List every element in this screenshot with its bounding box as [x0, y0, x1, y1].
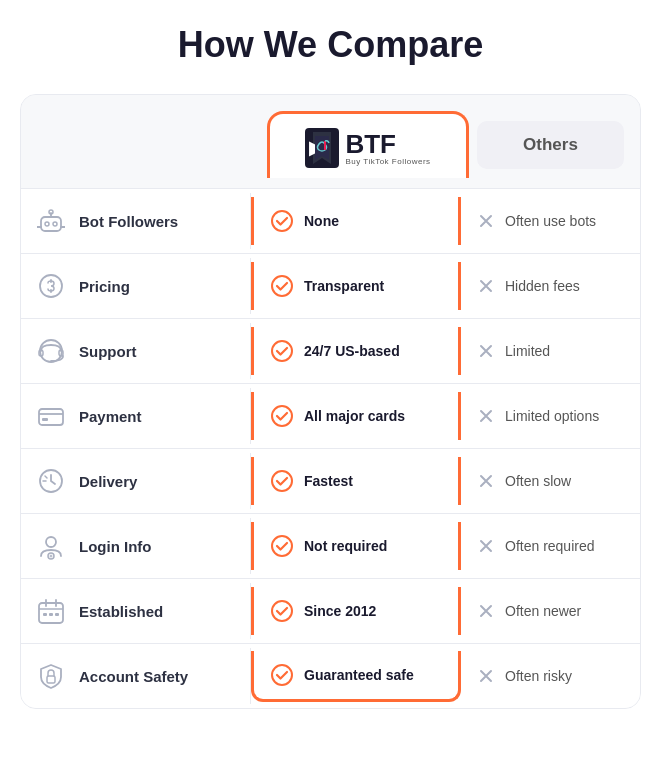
compare-table: ▶ BTF Buy TikTok Followers Others — [20, 94, 641, 709]
x-icon — [477, 212, 495, 230]
others-value-cell: Limited — [461, 330, 640, 372]
x-icon — [477, 537, 495, 555]
table-row: Pricing Transparent Hidden fees — [21, 253, 640, 318]
svg-point-5 — [49, 210, 53, 214]
btf-value-text: 24/7 US-based — [304, 343, 400, 359]
check-icon — [270, 404, 294, 428]
btf-value-text: All major cards — [304, 408, 405, 424]
x-icon — [477, 407, 495, 425]
check-icon — [270, 663, 294, 687]
svg-point-3 — [45, 222, 49, 226]
category-label: Bot Followers — [79, 213, 178, 230]
others-value-cell: Often newer — [461, 590, 640, 632]
category-label: Payment — [79, 408, 142, 425]
category-cell: Bot Followers — [21, 193, 251, 249]
category-cell: Support — [21, 323, 251, 379]
btf-sub-label: Buy TikTok Followers — [345, 157, 430, 166]
others-header-label: Others — [523, 135, 578, 155]
svg-rect-23 — [49, 613, 53, 616]
category-cell: Delivery — [21, 453, 251, 509]
x-icon — [477, 667, 495, 685]
check-icon — [270, 469, 294, 493]
safety-icon — [35, 660, 67, 692]
check-icon — [270, 274, 294, 298]
svg-rect-2 — [41, 217, 61, 231]
svg-rect-26 — [47, 676, 55, 683]
others-value-cell: Often use bots — [461, 200, 640, 242]
btf-value-text: Transparent — [304, 278, 384, 294]
others-value-text: Often newer — [505, 603, 581, 619]
delivery-icon — [35, 465, 67, 497]
svg-point-20 — [272, 536, 292, 556]
category-cell: Payment — [21, 388, 251, 444]
btf-main-label: BTF — [345, 131, 430, 157]
category-cell: Pricing — [21, 258, 251, 314]
table-row: Established Since 2012 Often newer — [21, 578, 640, 643]
svg-point-6 — [272, 211, 292, 231]
category-label: Established — [79, 603, 163, 620]
payment-icon — [35, 400, 67, 432]
x-icon — [477, 602, 495, 620]
pricing-icon — [35, 270, 67, 302]
others-value-text: Often use bots — [505, 213, 596, 229]
x-icon — [477, 277, 495, 295]
svg-point-27 — [272, 665, 292, 685]
others-value-cell: Often slow — [461, 460, 640, 502]
svg-rect-24 — [55, 613, 59, 616]
svg-point-25 — [272, 601, 292, 621]
category-cell: Login Info — [21, 518, 251, 574]
table-row: Delivery Fastest Often slow — [21, 448, 640, 513]
svg-point-12 — [272, 341, 292, 361]
header-row: ▶ BTF Buy TikTok Followers Others — [21, 95, 640, 188]
btf-text-group: BTF Buy TikTok Followers — [345, 131, 430, 166]
check-icon — [270, 339, 294, 363]
others-value-cell: Often risky — [461, 655, 640, 697]
category-cell: Established — [21, 583, 251, 639]
svg-rect-14 — [42, 418, 48, 421]
btf-value-cell: Since 2012 — [251, 587, 461, 635]
btf-value-cell: None — [251, 197, 461, 245]
svg-point-4 — [53, 222, 57, 226]
btf-value-text: Guaranteed safe — [304, 667, 414, 683]
table-row: Payment All major cards Limited options — [21, 383, 640, 448]
btf-value-cell: Fastest — [251, 457, 461, 505]
others-value-text: Often required — [505, 538, 595, 554]
check-icon — [270, 534, 294, 558]
btf-value-cell: 24/7 US-based — [251, 327, 461, 375]
others-value-cell: Often required — [461, 525, 640, 567]
category-label: Pricing — [79, 278, 130, 295]
category-cell: Account Safety — [21, 648, 251, 704]
established-icon — [35, 595, 67, 627]
bot-icon — [35, 205, 67, 237]
btf-value-cell: Not required — [251, 522, 461, 570]
others-value-cell: Hidden fees — [461, 265, 640, 307]
btf-header: ▶ BTF Buy TikTok Followers — [267, 111, 469, 178]
table-row: Support 24/7 US-based Limited — [21, 318, 640, 383]
category-label: Support — [79, 343, 137, 360]
others-value-text: Often risky — [505, 668, 572, 684]
others-value-text: Hidden fees — [505, 278, 580, 294]
svg-point-18 — [46, 537, 56, 547]
others-value-cell: Limited options — [461, 395, 640, 437]
others-value-text: Often slow — [505, 473, 571, 489]
page-title: How We Compare — [178, 24, 483, 66]
svg-rect-22 — [43, 613, 47, 616]
data-rows: Bot Followers None Often use bots Pricin… — [21, 188, 640, 708]
check-icon — [270, 209, 294, 233]
btf-value-cell: All major cards — [251, 392, 461, 440]
btf-bookmark-icon: ▶ — [305, 128, 339, 168]
table-row: Login Info Not required Often required — [21, 513, 640, 578]
x-icon — [477, 342, 495, 360]
others-value-text: Limited options — [505, 408, 599, 424]
x-icon — [477, 472, 495, 490]
table-row: Account Safety Guaranteed safe Often ris… — [21, 643, 640, 708]
btf-value-cell: Guaranteed safe — [251, 651, 461, 702]
btf-value-cell: Transparent — [251, 262, 461, 310]
support-icon — [35, 335, 67, 367]
btf-value-text: Fastest — [304, 473, 353, 489]
others-header: Others — [477, 121, 624, 169]
btf-value-text: Since 2012 — [304, 603, 376, 619]
svg-point-8 — [272, 276, 292, 296]
login-icon — [35, 530, 67, 562]
btf-value-text: None — [304, 213, 339, 229]
